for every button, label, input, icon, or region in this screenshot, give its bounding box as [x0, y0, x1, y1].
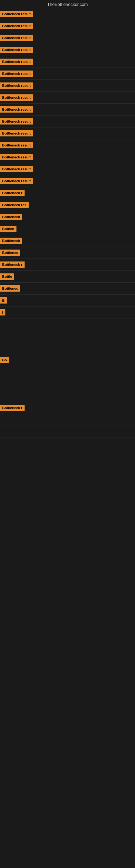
- list-item: Bottleneck: [0, 235, 135, 247]
- list-item: Bottleneck result: [0, 104, 135, 116]
- list-item: Bottleneck r: [0, 402, 135, 414]
- bottleneck-label[interactable]: B: [0, 297, 7, 304]
- bottleneck-label[interactable]: Bottleneck result: [0, 46, 33, 53]
- list-item: Bottleneck result: [0, 56, 135, 68]
- bottleneck-label[interactable]: Bo: [0, 357, 9, 363]
- list-item: Bottleneck result: [0, 175, 135, 187]
- bottleneck-label[interactable]: Bottlen: [0, 226, 16, 232]
- bottleneck-label[interactable]: Bottleneck result: [0, 130, 33, 136]
- bottleneck-label[interactable]: Bottleneck res: [0, 202, 29, 208]
- bottleneck-label[interactable]: Bottleneck result: [0, 178, 33, 184]
- bottleneck-label[interactable]: Bottleneck: [0, 238, 22, 244]
- list-item: Bottlenec: [0, 247, 135, 259]
- list-item: |: [0, 307, 135, 318]
- bottleneck-label[interactable]: Bottleneck r: [0, 405, 25, 411]
- list-item: Bottle: [0, 271, 135, 283]
- list-item: Bo: [0, 354, 135, 366]
- site-title-container: TheBottlenecker.com: [0, 0, 135, 8]
- list-item: [0, 330, 135, 342]
- list-item: Bottleneck result: [0, 32, 135, 44]
- list-item: Bottleneck result: [0, 92, 135, 104]
- list-item: Bottleneck result: [0, 20, 135, 32]
- list-item: Bottleneck r: [0, 187, 135, 199]
- list-item: Bottleneck result: [0, 163, 135, 175]
- bottleneck-label[interactable]: Bottleneck result: [0, 94, 33, 101]
- bottleneck-label[interactable]: Bottleneck result: [0, 118, 33, 124]
- list-item: [0, 378, 135, 390]
- bottleneck-label[interactable]: Bottlenec: [0, 285, 20, 291]
- list-item: Bottleneck result: [0, 140, 135, 151]
- list-item: Bottleneck result: [0, 44, 135, 56]
- bottleneck-label[interactable]: Bottleneck r: [0, 190, 25, 196]
- bottleneck-label[interactable]: Bottleneck result: [0, 106, 33, 113]
- bottleneck-label[interactable]: Bottleneck result: [0, 35, 33, 41]
- list-item: Bottleneck res: [0, 199, 135, 211]
- bottleneck-label[interactable]: Bottle: [0, 273, 14, 280]
- bottleneck-label[interactable]: Bottleneck result: [0, 11, 33, 17]
- list-item: Bottleneck result: [0, 68, 135, 80]
- list-item: Bottleneck result: [0, 127, 135, 140]
- bottleneck-label[interactable]: Bottleneck result: [0, 70, 33, 77]
- bottleneck-label[interactable]: Bottleneck: [0, 214, 22, 220]
- bottleneck-label[interactable]: Bottleneck result: [0, 23, 33, 29]
- items-list: Bottleneck resultBottleneck resultBottle…: [0, 8, 135, 438]
- list-item: [0, 366, 135, 378]
- list-item: [0, 318, 135, 330]
- bottleneck-label[interactable]: |: [0, 309, 5, 315]
- bottleneck-label[interactable]: Bottleneck result: [0, 59, 33, 65]
- list-item: Bottlen: [0, 223, 135, 235]
- bottleneck-label[interactable]: Bottleneck result: [0, 142, 33, 148]
- list-item: Bottleneck result: [0, 151, 135, 163]
- list-item: Bottleneck result: [0, 8, 135, 20]
- list-item: [0, 426, 135, 438]
- list-item: B: [0, 294, 135, 307]
- list-item: Bottleneck result: [0, 116, 135, 127]
- bottleneck-label[interactable]: Bottleneck result: [0, 83, 33, 89]
- site-title: TheBottlenecker.com: [0, 0, 135, 8]
- list-item: [0, 390, 135, 402]
- bottleneck-label[interactable]: Bottleneck result: [0, 154, 33, 160]
- list-item: Bottleneck result: [0, 80, 135, 92]
- list-item: Bottlenec: [0, 283, 135, 294]
- bottleneck-label[interactable]: Bottleneck result: [0, 166, 33, 172]
- list-item: [0, 414, 135, 426]
- list-item: Bottleneck r: [0, 259, 135, 271]
- list-item: Bottleneck: [0, 211, 135, 223]
- bottleneck-label[interactable]: Bottleneck r: [0, 261, 25, 268]
- bottleneck-label[interactable]: Bottlenec: [0, 250, 20, 256]
- list-item: [0, 342, 135, 354]
